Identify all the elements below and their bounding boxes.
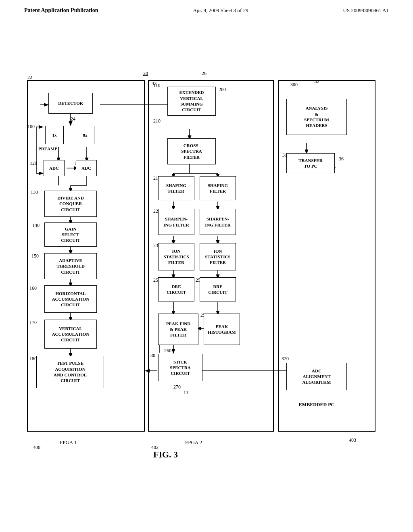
ref-20: 20 (143, 71, 148, 77)
ref-120: 120 (30, 160, 37, 166)
ref-100: 100 (27, 124, 35, 130)
adc2-block: ADC (76, 160, 97, 176)
adc1-block: ADC (44, 160, 65, 176)
ref-22: 22 (27, 75, 32, 81)
page-header: Patent Application Publication Apr. 9, 2… (0, 0, 413, 18)
ref-260: 260 (164, 348, 171, 354)
header-date-sheet: Apr. 9, 2009 Sheet 3 of 29 (193, 7, 248, 14)
ref-320: 320 (282, 356, 289, 362)
extended-vertical-block: EXTENDED VERTICAL SUMMING CIRCUIT (167, 87, 216, 116)
ref-130: 130 (31, 189, 38, 195)
ref-30: 30 (150, 353, 155, 359)
dre-circuit-1-block: DRE CIRCUIT (158, 277, 194, 301)
sharpening-filter-1-block: SHARPEN- ING FILTER (158, 209, 194, 235)
analysis-headers-block: ANALYSIS & SPECTRUM HEADERS (286, 99, 347, 135)
fpga2-label: FPGA 2 (185, 439, 202, 446)
shaping-filter-1-block: SHAPING FILTER (158, 176, 194, 200)
ref-403: 403 (349, 437, 356, 443)
transfer-pc-block: TRANSFER TO PC (286, 153, 335, 173)
cross-spectra-block: CROSS- SPECTRA FILTER (167, 138, 216, 164)
ion-stats-2-block: ION STATISTICS FILTER (200, 243, 236, 270)
ref-32: 32 (315, 79, 319, 85)
ref-110: 110 (153, 83, 161, 89)
ref-140: 140 (32, 222, 40, 229)
stick-spectra-block: STICK SPECTRA CIRCUIT (158, 354, 202, 381)
peak-find-block: PEAK FIND & PEAK FILTER (158, 314, 198, 345)
ref-300: 300 (290, 82, 298, 88)
ref-26: 26 (202, 71, 206, 77)
ref-150: 150 (31, 253, 39, 259)
test-pulse-block: TEST PULSE ACQUISITION AND CONTROL CIRCU… (36, 356, 104, 388)
ref-200: 200 (219, 87, 226, 93)
ref-400: 400 (33, 445, 40, 451)
ref-270: 270 (173, 384, 181, 390)
ref-13: 13 (184, 390, 188, 396)
shaping-filter-2-block: SHAPING FILTER (200, 176, 236, 200)
ref-160: 160 (29, 285, 37, 291)
ref-170: 170 (29, 320, 37, 326)
ref-36: 36 (339, 156, 344, 162)
peak-histogram-block: PEAK HISTOGRAM (204, 314, 240, 345)
divide-conquer-block: DIVIDE AND CONQUER CIRCUIT (44, 191, 97, 217)
ref-24: 24 (71, 116, 75, 122)
preamp-label: PREAMP (38, 146, 57, 151)
sharpening-filter-2-block: SHARPEN- ING FILTER (200, 209, 236, 235)
ion-stats-1-block: ION STATISTICS FILTER (158, 243, 194, 270)
header-patent-number: US 2009/0090861 A1 (343, 7, 389, 14)
ref-180: 180 (29, 356, 37, 362)
gain-8x-block: 8x (76, 126, 94, 144)
detector-block: DETECTOR (48, 93, 93, 114)
embedded-pc-label: EMBEDDED PC (286, 397, 347, 413)
horizontal-accum-block: HORIZONTAL ACCUMULATION CIRCUIT (44, 285, 97, 313)
gain-select-block: GAIN SELECT CIRCUIT (44, 222, 97, 247)
gain-1x-block: 1x (45, 126, 64, 144)
figure-caption: FIG. 3 (153, 449, 178, 460)
fpga1-label: FPGA 1 (60, 439, 77, 446)
ref-210: 210 (153, 118, 161, 124)
adc-alignment-block: ADC ALIGNMENT ALGORITHM (286, 363, 347, 390)
diagram-area: 22 20 26 32 DETECTOR 24 42 1x 8x PREAMP … (0, 18, 413, 518)
adaptive-threshold-block: ADAPTIVE THRESHOLD CIRCUIT (44, 253, 97, 279)
header-publication-type: Patent Application Publication (24, 7, 98, 14)
dre-circuit-2-block: DRE CIRCUIT (200, 277, 236, 301)
vertical-accum-block: VERTICAL ACCUMULATION CIRCUIT (44, 320, 97, 349)
